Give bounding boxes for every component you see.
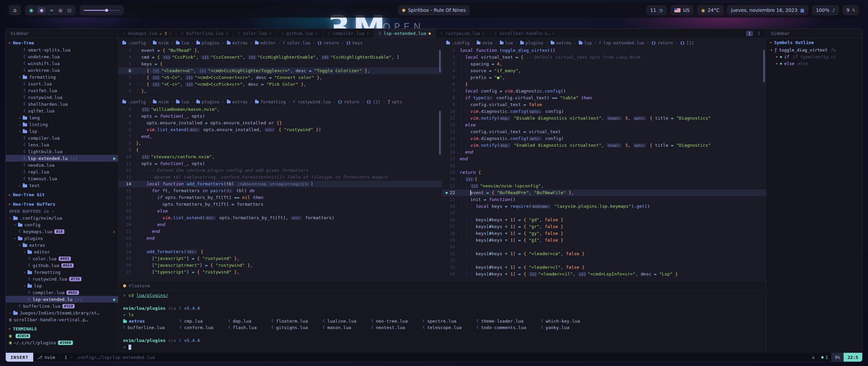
tree-item[interactable]: ▾config [6, 221, 118, 228]
breadcrumb-item[interactable]: {}return [317, 40, 339, 45]
code-line[interactable]: 3│ │ spacing = 4, [442, 61, 766, 67]
tree-item[interactable]: ☾repl.lua [6, 168, 118, 175]
tab-page-1[interactable]: 1 [746, 31, 753, 36]
tree-item[interactable]: ☾undotree.lua [6, 53, 118, 60]
code-line[interactable]: 8│ if type(v: config.virtual_text) == "t… [442, 95, 766, 101]
scrollbar-handle[interactable] [439, 111, 441, 155]
code-line[interactable]: 9│ │ config.virtual_text = false [442, 101, 766, 108]
code-line[interactable]: 9│ }, [118, 88, 442, 95]
code-line[interactable]: 5│ keys = { [118, 61, 442, 67]
buffer-tab-scrollbar-handle-v-[interactable]: ☾scrollbar-handle-v…× [490, 29, 560, 38]
volume-widget[interactable]: 100% ♪ [812, 5, 839, 15]
code-line[interactable]: 7│ end, [118, 133, 442, 140]
breadcrumb-item[interactable]: .config [122, 40, 146, 45]
breadcrumb-item[interactable]: plugins [196, 99, 220, 104]
code-line[interactable]: 5│ │ prefix = "●", [442, 74, 766, 81]
tree-item[interactable]: ☾github.lua#654 [6, 262, 118, 269]
tree-item[interactable]: ☾worktree.lua [6, 67, 118, 74]
code-line[interactable]: 24│ │ add_formatters(tbl: { [118, 248, 442, 255]
tree-item[interactable]: ☾shellharden.lua [6, 101, 118, 107]
tree-item[interactable]: ☾color.lua#493 [6, 255, 118, 262]
floaterm-terminal[interactable]: › cd lua/plugins/ nvim/lua/plugins via ☾… [118, 291, 766, 353]
tree-item[interactable]: ☾compiler.lua [6, 135, 118, 141]
workspace-2-icon[interactable]: ◆ [38, 7, 45, 13]
code-line[interactable]: 31│ │ │ keys[#keys + 1] = { "<leader>ca"… [442, 250, 766, 257]
buffer-tab-keymaps-lua[interactable]: ☾keymaps.lua⚠ 3× [118, 29, 177, 38]
breadcrumb-item[interactable]: .config [122, 99, 146, 104]
outline-header[interactable]: ▾ Symbols Outline [766, 38, 862, 46]
code-line[interactable]: 19return { [442, 169, 766, 176]
tree-item[interactable]: ▾lsp [6, 282, 118, 289]
tree-item[interactable]: ▸linting [6, 121, 118, 128]
code-line[interactable]: 24│ │ │ local keys = require(modname: "l… [442, 203, 766, 210]
code-area[interactable]: 1local function toggle_diag_virtext()2│ … [442, 47, 766, 281]
code-line[interactable]: 10│ │ vim.diagnostic.config(opts: config… [442, 108, 766, 115]
neotree-section-neo-tree[interactable]: ▾Neo-Tree [6, 39, 118, 46]
keyboard-layout-widget[interactable]: US [670, 5, 694, 15]
code-line[interactable]: 25│ │ │ ["javascript"] = { "rustywind" }… [118, 255, 442, 262]
code-line[interactable]: 8│ │ { [1]"<C-c>", [2]"<cmd>CccPick<cr>"… [118, 81, 442, 88]
tree-item[interactable]: ▾plugins [6, 235, 118, 242]
weather-widget[interactable]: ◉ 24°C [697, 5, 724, 15]
updates-widget[interactable]: 11 ◷ [646, 5, 667, 15]
breadcrumb-item[interactable]: lua [500, 40, 513, 45]
breadcrumb-item[interactable]: plugins [196, 40, 220, 45]
code-line[interactable]: 21│ │ │ end [118, 228, 442, 235]
code-line[interactable]: 16│ end [442, 149, 766, 156]
workspace-1-icon[interactable]: ◉ [29, 7, 33, 13]
code-line[interactable]: 9{ [118, 147, 442, 154]
tree-item[interactable]: ☾lightbulb.lua [6, 148, 118, 155]
media-progress-widget[interactable] [80, 5, 124, 15]
code-line[interactable]: 7│ │ { [1]"<S-C>", [2]"<cmd>CccConvert<c… [118, 74, 442, 81]
tree-item[interactable]: ☾smart-splits.lua [6, 46, 118, 53]
tree-item[interactable]: ▾formatting [6, 74, 118, 80]
tree-item[interactable]: OPEN BUFFERS in ~ [6, 208, 118, 215]
code-line[interactable]: 3│ [1]"williamboman/mason.nvim", [118, 106, 442, 113]
breadcrumb-item[interactable]: ☾rustywind.lua [293, 99, 331, 104]
code-line[interactable]: 12│ │ --- Extend the conform plugin conf… [118, 167, 442, 174]
breadcrumb-item[interactable]: nvim [477, 40, 492, 45]
buffer-tab-bufferline-lua[interactable]: ☾bufferline.lua× [177, 29, 233, 38]
breadcrumb-item[interactable]: ☾color.lua [283, 40, 310, 45]
tree-item[interactable]: ▾editor [6, 248, 118, 255]
code-line[interactable]: 29│ │ │ keys[#keys + 1] = { "gI", false … [442, 237, 766, 244]
code-area[interactable]: 3│ [1]"williamboman/mason.nvim",4│ opts … [118, 106, 442, 281]
tree-item[interactable]: ☾timeout.lua [6, 175, 118, 182]
tree-item[interactable]: ☾rustywind.lua#726 [6, 276, 118, 282]
scrollbar-handle[interactable] [439, 50, 441, 72]
breadcrumb-item[interactable]: extras [227, 40, 248, 45]
tree-item[interactable]: ☾neodim.lua [6, 162, 118, 168]
code-line[interactable]: 5│ │ opts.ensure_installed = opts.ensure… [118, 120, 442, 126]
breadcrumb-item[interactable]: {}[2] [367, 99, 380, 104]
tree-item[interactable]: ☾sqlfmt.lua [6, 107, 118, 114]
breadcrumb-item[interactable]: extras [551, 40, 571, 45]
code-line[interactable]: 25 [442, 210, 766, 217]
tree-item[interactable]: ☾rustfmt.lua [6, 87, 118, 94]
code-line[interactable]: 20│ │ │ │ end [118, 221, 442, 228]
code-line[interactable]: 8}, [118, 140, 442, 147]
code-line[interactable]: 23│ │ init = function() [442, 196, 766, 203]
workspace-5-icon[interactable]: ▤ [67, 7, 72, 13]
code-line[interactable]: 13│ │ config.virtual_text = virtual_text [442, 128, 766, 135]
date-widget[interactable]: jueves, noviembre 16, 2023 ▦ [727, 5, 808, 15]
code-line[interactable]: 12│ else [442, 122, 766, 128]
buffer-tab-rustywind-lua[interactable]: ☾rustywind.lua× [436, 29, 490, 38]
buffer-tab-github-lua[interactable]: ☾github.lua× [277, 29, 323, 38]
breadcrumb-item[interactable]: lsp [579, 40, 592, 45]
code-line[interactable]: 17end [442, 156, 766, 162]
breadcrumb-item[interactable]: nvim [153, 99, 169, 104]
launcher-button[interactable]: ⌂ [9, 5, 21, 15]
code-line[interactable]: 10│ [1]"stevearc/conform.nvim", [118, 154, 442, 160]
tree-item[interactable]: ☾lsp-extended.lu[+]◉ [6, 296, 118, 303]
code-line[interactable]: 28│ │ │ keys[#keys + 1] = { "gy", false … [442, 230, 766, 237]
code-line[interactable]: 30 [442, 244, 766, 250]
breadcrumb-item[interactable]: lua [176, 99, 189, 104]
tree-item[interactable]: ▾extras [6, 242, 118, 248]
code-line[interactable]: 22│ │ end [118, 235, 442, 242]
code-line[interactable]: 15│ │ vim.notify(msg: "Enabled diagnosti… [442, 142, 766, 149]
tree-item[interactable]: ☾lens.lua [6, 141, 118, 148]
workspace-4-icon[interactable]: ▣ [58, 7, 63, 13]
tree-item[interactable]: ☾bufferline.lua#328 [6, 303, 118, 309]
code-line[interactable]: 6│ │ { [1]"<leader>uC", [2]"<cmd>CccHigh… [118, 67, 442, 74]
code-line[interactable]: 17│ │ │ │ │ opts.formatters_by_ft[ft] = … [118, 201, 442, 208]
